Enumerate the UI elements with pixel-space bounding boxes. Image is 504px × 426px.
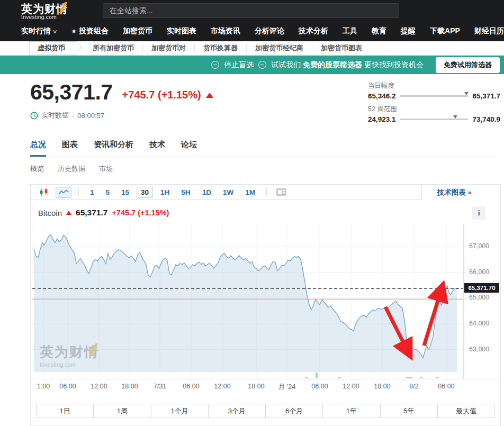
logo-text-en: Investing.com	[21, 15, 68, 20]
news-panel-button[interactable]	[274, 186, 289, 198]
nav-item-label: 教育	[372, 26, 386, 36]
interval-5H[interactable]: 5H	[177, 187, 194, 198]
period-最大值[interactable]: 最大值	[438, 404, 494, 418]
promo-text-1: 停止盲选	[224, 60, 254, 70]
period-1个月[interactable]: 1个月	[151, 404, 209, 418]
x-axis-label: 12:00	[214, 383, 230, 390]
x-axis-label: 06:00	[183, 383, 199, 390]
minus-circle-icon	[211, 61, 219, 69]
chart-card: 1515301H5H1D1W1M 技术图表 » Bitcoin 65,371.7…	[30, 184, 501, 425]
x-axis-label: 18:00	[248, 383, 264, 390]
interval-1W[interactable]: 1W	[219, 187, 238, 198]
chart-header: Bitcoin 65,371.7 +745.7 (+1.15%) i	[31, 200, 500, 222]
up-arrow-icon	[66, 211, 71, 215]
sub-tabs: 概览历史数据市场	[30, 164, 504, 174]
nav-item-label: 工具	[343, 26, 357, 36]
star-icon: ★	[71, 28, 77, 35]
realtime-status: 实时数据·08:00:57	[30, 111, 213, 120]
nav-item-市场资讯[interactable]: 市场资讯	[211, 26, 240, 36]
nav-item-实时图表[interactable]: 实时图表	[167, 26, 196, 36]
nav-item-工具[interactable]: 工具	[343, 26, 357, 36]
y-axis-label: 64,000	[469, 320, 489, 327]
range-marker-icon	[464, 92, 469, 95]
nav-item-分析评论[interactable]: 分析评论	[255, 26, 284, 36]
x-axis-label: 06:00	[438, 383, 454, 390]
interval-5[interactable]: 5	[102, 187, 114, 198]
period-5年[interactable]: 5年	[381, 404, 438, 418]
try-screener-button[interactable]: 免费试用筛选器	[436, 57, 500, 73]
breadcrumb-item[interactable]: 所有加密货币	[84, 43, 142, 53]
site-search-input[interactable]	[103, 3, 399, 18]
tab-总况[interactable]: 总况	[30, 140, 46, 157]
interval-1D[interactable]: 1D	[198, 187, 215, 198]
interval-30[interactable]: 30	[137, 187, 153, 198]
instrument-name: Bitcoin	[38, 209, 62, 217]
day-range-bar	[400, 95, 469, 97]
nav-item-投资组合[interactable]: ★投资组合	[71, 26, 109, 36]
period-6个月[interactable]: 6个月	[266, 404, 323, 418]
day-range: 当日幅度 65,346.2 65,371.7	[368, 81, 500, 100]
y-axis-tick	[464, 324, 466, 324]
price-change: +745.7 (+1.15%)	[122, 89, 213, 103]
period-1日[interactable]: 1日	[37, 404, 94, 418]
x-axis-label: 8/2	[409, 383, 418, 390]
interval-1H[interactable]: 1H	[156, 187, 174, 198]
page: 英为财情 Investing.com 实时行情∨★投资组合加密货币实时图表市场资…	[0, 0, 504, 426]
period-1年[interactable]: 1年	[323, 404, 380, 418]
period-3个月[interactable]: 3个月	[209, 404, 266, 418]
x-axis-label: 月 '24	[278, 383, 295, 392]
nav-item-技术分析[interactable]: 技术分析	[299, 26, 328, 36]
nav-item-label: 提醒	[401, 26, 416, 36]
tab-论坛[interactable]: 论坛	[181, 140, 197, 157]
y-axis-label: 67,000	[469, 242, 489, 250]
nav-item-提醒[interactable]: 提醒	[401, 26, 416, 36]
breadcrumb-item[interactable]: 加密货币图表	[312, 43, 371, 53]
quote-section: 65,371.7 +745.7 (+1.15%) 实时数据·08:00:57 当…	[0, 74, 504, 128]
subtab-概览[interactable]: 概览	[30, 164, 44, 174]
top-header: 英为财情 Investing.com	[0, 0, 504, 21]
nav-item-label: 加密货币	[123, 26, 152, 36]
chart-price: 65,371.7	[76, 208, 107, 217]
y-axis-tick	[464, 273, 466, 273]
y-axis-tick	[464, 298, 466, 298]
x-axis-label: 18:00	[121, 383, 138, 390]
breadcrumb-item[interactable]: 加密货币对	[142, 43, 194, 53]
tab-技术[interactable]: 技术	[149, 140, 165, 157]
period-1周[interactable]: 1周	[94, 404, 151, 418]
info-icon[interactable]: i	[472, 206, 485, 220]
nav-item-加密货币[interactable]: 加密货币	[123, 26, 152, 36]
period-selector: 1日1周1个月3个月6个月1年5年最大值	[36, 404, 495, 418]
x-axis-label: 06:00	[311, 383, 328, 390]
nav-item-label: 技术分析	[299, 26, 328, 36]
x-axis-label: 06:00	[59, 383, 76, 390]
interval-1M[interactable]: 1M	[241, 187, 259, 198]
price-chart-plot[interactable]: 英为财情 Investing.com	[32, 224, 464, 379]
nav-item-下载APP[interactable]: 下载APP	[430, 26, 460, 36]
breadcrumb-active-tab[interactable]: 虚拟货币	[29, 41, 77, 55]
interval-15[interactable]: 15	[117, 187, 133, 198]
main-tabs: 总况图表资讯和分析技术论坛	[30, 140, 500, 157]
nav-item-教育[interactable]: 教育	[372, 26, 386, 36]
x-axis-label: 18:00	[374, 383, 390, 390]
nav-item-财经日历[interactable]: 财经日历	[474, 26, 504, 36]
y-axis-label: 63,000	[469, 346, 489, 353]
line-chart-icon	[58, 189, 69, 196]
candlestick-chart-button[interactable]	[36, 186, 52, 199]
breadcrumb-item[interactable]: 货币换算器	[194, 43, 246, 53]
tab-资讯和分析[interactable]: 资讯和分析	[94, 140, 133, 157]
subtab-市场[interactable]: 市场	[99, 164, 113, 174]
nav-item-实时行情[interactable]: 实时行情∨	[21, 26, 57, 36]
nav-item-label: 市场资讯	[211, 26, 240, 36]
interval-1[interactable]: 1	[86, 187, 98, 198]
subtab-历史数据[interactable]: 历史数据	[58, 164, 85, 174]
technical-chart-link[interactable]: 技术图表 »	[422, 185, 500, 200]
tab-图表[interactable]: 图表	[62, 140, 78, 157]
breadcrumb-item[interactable]: 加密货币经纪商	[246, 43, 312, 53]
y-axis-label: 65,000	[469, 294, 489, 301]
line-chart-button[interactable]	[56, 187, 71, 198]
nav-item-label: 投资组合	[79, 26, 109, 36]
site-logo[interactable]: 英为财情 Investing.com	[21, 3, 68, 20]
panel-icon	[276, 188, 286, 196]
nav-item-label: 财经日历	[474, 26, 504, 36]
price-axis: 65,371.70 67,00066,00065,00064,00063,000	[464, 224, 500, 379]
